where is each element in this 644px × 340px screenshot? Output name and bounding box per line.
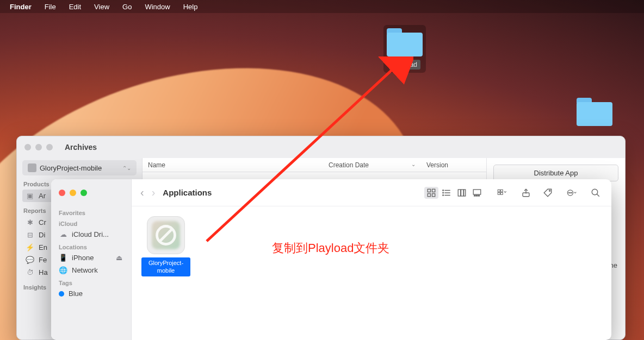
menubar-app-name[interactable]: Finder: [10, 3, 32, 11]
svg-rect-10: [458, 190, 461, 196]
hangs-icon: ⏱: [26, 268, 34, 276]
svg-point-7: [443, 190, 444, 191]
menu-edit[interactable]: Edit: [69, 3, 81, 11]
svg-rect-14: [474, 195, 475, 196]
gallery-view-button[interactable]: [470, 187, 484, 199]
icon-view-button[interactable]: [424, 187, 438, 199]
svg-rect-18: [498, 192, 500, 194]
view-switcher: [423, 186, 485, 200]
sidebar-section-favorites: Favorites: [51, 206, 131, 217]
svg-point-9: [443, 194, 444, 196]
minimize-button[interactable]: [70, 190, 76, 196]
col-version[interactable]: Version: [421, 161, 486, 169]
finder-sidebar: Favorites iCloud ☁︎iCloud Dri... Locatio…: [51, 179, 132, 340]
disk-icon: ⊟: [26, 231, 34, 239]
svg-rect-0: [428, 189, 430, 192]
zoom-button[interactable]: [46, 144, 53, 150]
menu-window[interactable]: Window: [145, 3, 170, 11]
desktop-folder-unnamed[interactable]: [577, 98, 612, 129]
finder-content[interactable]: GloryProject-mobile: [132, 206, 611, 340]
project-selector[interactable]: GloryProject-mobile ⌃⌄: [22, 160, 137, 175]
svg-rect-20: [500, 192, 503, 194]
column-view-button[interactable]: [455, 187, 469, 199]
folder-label: Playload: [389, 60, 420, 70]
col-name[interactable]: Name: [143, 161, 323, 169]
system-menubar: Finder File Edit View Go Window Help: [0, 0, 644, 13]
svg-point-26: [571, 192, 572, 193]
sidebar-item-icloud-drive[interactable]: ☁︎iCloud Dri...: [51, 228, 131, 241]
svg-rect-11: [461, 190, 464, 196]
app-icon: [147, 216, 185, 254]
feedback-icon: 💬: [26, 256, 34, 264]
project-icon: [28, 163, 36, 172]
sidebar-section-tags: Tags: [51, 276, 131, 287]
sidebar-section-locations: Locations: [51, 241, 131, 251]
folder-icon: [577, 98, 612, 126]
svg-point-27: [592, 189, 598, 195]
blue-tag-icon: [59, 291, 64, 297]
back-button[interactable]: ‹: [140, 186, 144, 199]
project-name: GloryProject-mobile: [40, 164, 102, 172]
finder-window: Favorites iCloud ☁︎iCloud Dri... Locatio…: [51, 179, 611, 340]
archive-icon: ▣: [26, 192, 34, 200]
svg-point-25: [568, 192, 569, 193]
svg-point-24: [570, 192, 571, 193]
prohibited-icon: [147, 217, 184, 254]
traffic-lights: [59, 190, 87, 196]
action-button[interactable]: [562, 187, 581, 199]
app-item-gloryproject[interactable]: GloryProject-mobile: [141, 216, 190, 276]
svg-rect-15: [476, 195, 478, 196]
svg-rect-2: [428, 193, 430, 196]
minimize-button[interactable]: [35, 144, 42, 150]
svg-line-28: [597, 194, 599, 197]
finder-sidebar-titlebar: [51, 179, 131, 206]
app-label: GloryProject-mobile: [141, 257, 190, 276]
svg-rect-13: [473, 190, 481, 194]
svg-rect-16: [478, 195, 479, 196]
energy-icon: ⚡: [26, 243, 34, 251]
svg-point-22: [549, 190, 550, 191]
svg-rect-19: [500, 190, 503, 192]
svg-point-8: [443, 192, 444, 193]
network-icon: 🌐: [59, 266, 67, 274]
iphone-icon: 📱: [59, 254, 67, 262]
folder-icon: [387, 28, 423, 56]
menu-go[interactable]: Go: [122, 3, 132, 11]
search-button[interactable]: [589, 187, 603, 199]
forward-button[interactable]: ›: [152, 186, 156, 199]
sort-chevron-icon: ⌄: [411, 161, 416, 169]
column-headers: Name Creation Date⌄ Version: [143, 158, 486, 172]
finder-main: ‹ › Applications GloryProject-m: [132, 179, 611, 340]
chevron-updown-icon: ⌃⌄: [122, 165, 131, 171]
crash-icon: ✱: [26, 218, 34, 226]
finder-toolbar: ‹ › Applications: [132, 179, 611, 206]
close-button[interactable]: [59, 190, 65, 196]
sidebar-item-network[interactable]: 🌐Network: [51, 264, 131, 276]
xcode-titlebar: Archives: [17, 136, 625, 158]
cloud-icon: ☁︎: [59, 230, 67, 238]
close-button[interactable]: [24, 144, 31, 150]
group-button[interactable]: [493, 187, 511, 199]
annotation-text: 复制到Playload文件夹: [272, 240, 389, 256]
share-button[interactable]: [519, 187, 533, 199]
svg-line-30: [160, 229, 172, 241]
menu-help[interactable]: Help: [183, 3, 198, 11]
zoom-button[interactable]: [81, 190, 87, 196]
col-date[interactable]: Creation Date⌄: [323, 161, 421, 169]
svg-rect-12: [464, 190, 466, 196]
menu-file[interactable]: File: [45, 3, 56, 11]
tag-button[interactable]: [541, 187, 555, 199]
menu-view[interactable]: View: [94, 3, 109, 11]
sidebar-section-icloud: iCloud: [51, 217, 131, 228]
list-view-button[interactable]: [439, 187, 454, 199]
svg-rect-1: [432, 189, 435, 192]
desktop-folder-playload[interactable]: Playload: [383, 25, 426, 73]
svg-rect-17: [498, 190, 500, 192]
sidebar-item-iphone[interactable]: 📱iPhone⏏: [51, 251, 131, 264]
svg-rect-3: [432, 193, 435, 196]
eject-icon[interactable]: ⏏: [115, 254, 123, 262]
traffic-lights: [24, 144, 53, 150]
window-title: Archives: [65, 143, 97, 152]
sidebar-item-tag-blue[interactable]: Blue: [51, 287, 131, 300]
location-title: Applications: [163, 188, 212, 197]
